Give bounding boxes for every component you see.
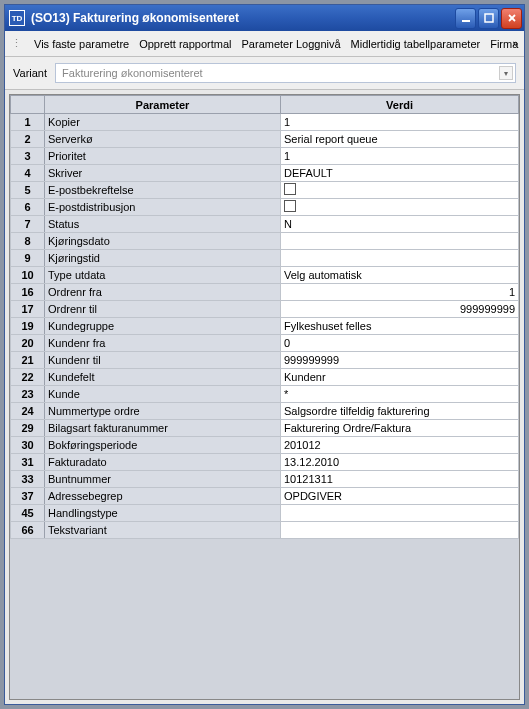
row-id[interactable]: 3 [11,148,45,165]
toolbar-grip-icon: ⋮ [11,37,22,50]
row-value[interactable]: 1 [281,148,519,165]
row-id[interactable]: 1 [11,114,45,131]
close-button[interactable] [501,8,522,29]
menu-overflow-icon[interactable]: » [512,38,518,49]
row-id[interactable]: 21 [11,352,45,369]
row-value[interactable]: OPDGIVER [281,488,519,505]
table-row: 3Prioritet1 [11,148,519,165]
row-value[interactable]: 1 [281,284,519,301]
row-id[interactable]: 6 [11,199,45,216]
row-parameter: Serverkø [45,131,281,148]
row-value[interactable]: Velg automatisk [281,267,519,284]
table-row: 6E-postdistribusjon [11,199,519,216]
row-value[interactable]: Fakturering Ordre/Faktura [281,420,519,437]
row-value[interactable]: 999999999 [281,301,519,318]
row-value[interactable] [281,250,519,267]
row-value[interactable]: DEFAULT [281,165,519,182]
row-id[interactable]: 10 [11,267,45,284]
table-row: 37AdressebegrepOPDGIVER [11,488,519,505]
row-value[interactable]: Salgsordre tilfeldig fakturering [281,403,519,420]
table-row: 24Nummertype ordreSalgsordre tilfeldig f… [11,403,519,420]
row-id[interactable]: 22 [11,369,45,386]
header-parameter[interactable]: Parameter [45,96,281,114]
variant-value: Fakturering økonomisenteret [62,67,203,79]
menu-opprett-rapportmal[interactable]: Opprett rapportmal [139,38,231,50]
row-value[interactable] [281,199,519,216]
row-id[interactable]: 7 [11,216,45,233]
table-row: 19KundegruppeFylkeshuset felles [11,318,519,335]
row-id[interactable]: 23 [11,386,45,403]
menu-vis-faste-parametre[interactable]: Vis faste parametre [34,38,129,50]
minimize-button[interactable] [455,8,476,29]
row-id[interactable]: 45 [11,505,45,522]
table-row: 31Fakturadato13.12.2010 [11,454,519,471]
table-row: 23Kunde* [11,386,519,403]
row-parameter: Kundegruppe [45,318,281,335]
row-id[interactable]: 20 [11,335,45,352]
row-parameter: Buntnummer [45,471,281,488]
table-row: 66Tekstvariant [11,522,519,539]
row-parameter: Kundenr fra [45,335,281,352]
checkbox-icon[interactable] [284,183,296,195]
row-parameter: Fakturadato [45,454,281,471]
table-row: 1Kopier1 [11,114,519,131]
row-parameter: Kundefelt [45,369,281,386]
grid-empty-area [10,539,519,699]
row-value[interactable] [281,522,519,539]
row-value[interactable] [281,233,519,250]
row-value[interactable] [281,182,519,199]
table-row: 5E-postbekreftelse [11,182,519,199]
row-parameter: Kundenr til [45,352,281,369]
row-value[interactable]: 201012 [281,437,519,454]
row-value[interactable]: Kundenr [281,369,519,386]
table-row: 33Buntnummer10121311 [11,471,519,488]
row-id[interactable]: 9 [11,250,45,267]
window-buttons [455,8,522,29]
row-value[interactable]: * [281,386,519,403]
row-value[interactable]: Fylkeshuset felles [281,318,519,335]
row-parameter: Ordrenr fra [45,284,281,301]
chevron-down-icon: ▾ [499,66,513,80]
window-title: (SO13) Fakturering økonomisenteret [31,11,455,25]
table-row: 21Kundenr til999999999 [11,352,519,369]
row-id[interactable]: 24 [11,403,45,420]
row-value[interactable]: 1 [281,114,519,131]
menu-parameter-loggniva[interactable]: Parameter Loggnivå [242,38,341,50]
row-parameter: Kunde [45,386,281,403]
table-row: 16Ordrenr fra1 [11,284,519,301]
row-value[interactable]: 13.12.2010 [281,454,519,471]
row-id[interactable]: 4 [11,165,45,182]
row-parameter: Kjøringstid [45,250,281,267]
row-id[interactable]: 30 [11,437,45,454]
row-id[interactable]: 8 [11,233,45,250]
row-value[interactable]: 999999999 [281,352,519,369]
row-value[interactable] [281,505,519,522]
variant-select[interactable]: Fakturering økonomisenteret ▾ [55,63,516,83]
row-parameter: Bokføringsperiode [45,437,281,454]
row-value[interactable]: 0 [281,335,519,352]
titlebar: TD (SO13) Fakturering økonomisenteret [5,5,524,31]
row-value[interactable]: N [281,216,519,233]
row-id[interactable]: 31 [11,454,45,471]
row-id[interactable]: 5 [11,182,45,199]
row-parameter: Kopier [45,114,281,131]
row-parameter: Adressebegrep [45,488,281,505]
header-id[interactable] [11,96,45,114]
checkbox-icon[interactable] [284,200,296,212]
row-id[interactable]: 29 [11,420,45,437]
row-id[interactable]: 17 [11,301,45,318]
maximize-button[interactable] [478,8,499,29]
row-value[interactable]: 10121311 [281,471,519,488]
row-id[interactable]: 66 [11,522,45,539]
row-id[interactable]: 16 [11,284,45,301]
row-id[interactable]: 19 [11,318,45,335]
header-verdi[interactable]: Verdi [281,96,519,114]
row-value[interactable]: Serial report queue [281,131,519,148]
row-id[interactable]: 37 [11,488,45,505]
menu-midlertidig-tabellparameter[interactable]: Midlertidig tabellparameter [351,38,481,50]
table-row: 9Kjøringstid [11,250,519,267]
minimize-icon [461,13,471,23]
row-id[interactable]: 2 [11,131,45,148]
table-row: 29Bilagsart fakturanummerFakturering Ord… [11,420,519,437]
row-id[interactable]: 33 [11,471,45,488]
